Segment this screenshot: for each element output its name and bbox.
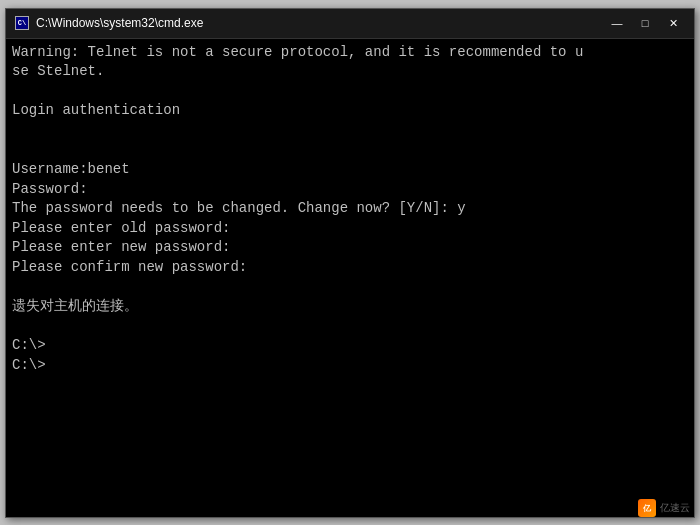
console-line — [12, 278, 688, 298]
maximize-button[interactable]: □ — [632, 13, 658, 33]
console-line: Password: — [12, 180, 688, 200]
watermark-logo: 亿 — [638, 499, 656, 517]
console-line: Warning: Telnet is not a secure protocol… — [12, 43, 688, 63]
cmd-icon: C\ — [15, 16, 29, 30]
title-bar-controls: — □ ✕ — [604, 13, 686, 33]
console-line — [12, 317, 688, 337]
console-line — [12, 82, 688, 102]
console-line: The password needs to be changed. Change… — [12, 199, 688, 219]
console-line: 遗失对主机的连接。 — [12, 297, 688, 317]
desktop-wrapper: C\ C:\Windows\system32\cmd.exe — □ ✕ War… — [0, 0, 700, 525]
watermark-text: 亿速云 — [660, 501, 690, 515]
window-title: C:\Windows\system32\cmd.exe — [36, 16, 203, 30]
console-line: Login authentication — [12, 101, 688, 121]
cmd-window: C\ C:\Windows\system32\cmd.exe — □ ✕ War… — [5, 8, 695, 518]
console-line — [12, 121, 688, 141]
window-icon: C\ — [14, 15, 30, 31]
watermark: 亿 亿速云 — [638, 499, 690, 517]
console-line: C:\> — [12, 356, 688, 376]
console-output: Warning: Telnet is not a secure protocol… — [6, 39, 694, 517]
console-line: Please enter new password: — [12, 238, 688, 258]
console-line: Please enter old password: — [12, 219, 688, 239]
title-bar: C\ C:\Windows\system32\cmd.exe — □ ✕ — [6, 9, 694, 39]
close-button[interactable]: ✕ — [660, 13, 686, 33]
watermark-logo-text: 亿 — [643, 503, 651, 514]
console-line: C:\> — [12, 336, 688, 356]
console-line — [12, 140, 688, 160]
minimize-button[interactable]: — — [604, 13, 630, 33]
console-line: se Stelnet. — [12, 62, 688, 82]
title-bar-left: C\ C:\Windows\system32\cmd.exe — [14, 15, 203, 31]
console-line: Please confirm new password: — [12, 258, 688, 278]
cmd-icon-label: C\ — [18, 19, 26, 27]
console-line: Username:benet — [12, 160, 688, 180]
